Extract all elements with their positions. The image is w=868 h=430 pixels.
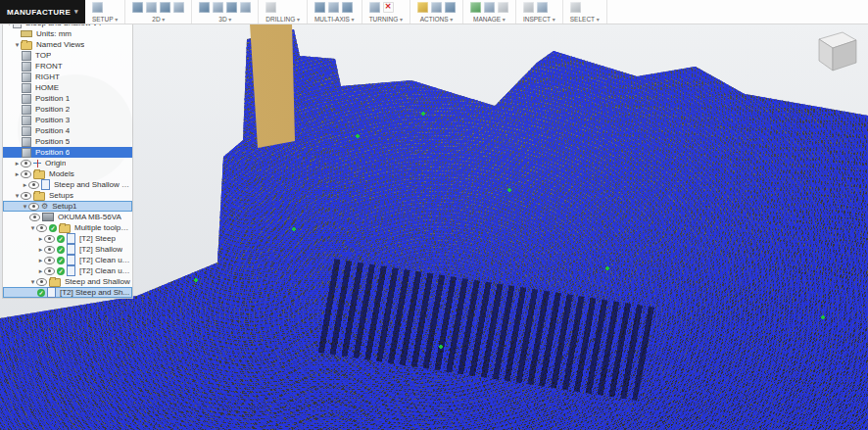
group-label-actions[interactable]: ACTIONS — [417, 16, 456, 23]
tree-item-toolpath-shallow[interactable]: ▸ ✓ [T2] Shallow — [3, 244, 132, 255]
toolbar-group-3d: 3D — [192, 0, 259, 24]
view-cube[interactable] — [805, 29, 860, 84]
generate-icon[interactable] — [417, 2, 428, 13]
drill-icon[interactable] — [265, 2, 276, 13]
tree-item-multiple-toolpaths[interactable]: ▾ ✓ Multiple toolpaths — [3, 222, 132, 233]
units-icon — [21, 30, 32, 37]
eye-icon[interactable] — [44, 267, 55, 275]
tree-item-steep-and-shallow-group[interactable]: ▾ Steep and Shallow — [3, 276, 132, 287]
eye-icon[interactable] — [28, 203, 39, 211]
group-label-2d[interactable]: 2D — [132, 16, 184, 23]
eye-icon[interactable] — [29, 214, 40, 221]
new-setup-icon[interactable] — [92, 2, 103, 13]
eye-icon[interactable] — [21, 192, 31, 200]
group-label-select[interactable]: SELECT — [570, 16, 600, 23]
tree-item-view-home[interactable]: HOME — [3, 82, 132, 93]
caret-down-icon[interactable]: ▾ — [29, 276, 36, 287]
eye-icon[interactable] — [36, 224, 47, 232]
caret-right-icon[interactable]: ▸ — [37, 244, 44, 255]
caret-right-icon[interactable]: ▸ — [37, 265, 44, 276]
tool-library-icon[interactable] — [470, 2, 481, 13]
origin-icon — [33, 160, 41, 167]
tree-item-position-5[interactable]: Position 5 — [3, 136, 132, 147]
tree-item-named-views[interactable]: ▾ Named Views — [3, 39, 132, 50]
tree-item-toolpath-cleanup2[interactable]: ▸ ✓ [T2] Clean up 2 — [3, 265, 132, 276]
tree-item-position-1[interactable]: Position 1 — [3, 93, 132, 104]
swarf-icon[interactable] — [314, 2, 325, 13]
tree-item-view-right[interactable]: RIGHT — [3, 72, 132, 82]
group-label-multi-axis[interactable]: MULTI-AXIS — [314, 16, 355, 23]
tree-label: RIGHT — [35, 72, 60, 81]
tree-item-units[interactable]: Units: mm — [3, 28, 132, 39]
group-label-inspect[interactable]: INSPECT — [523, 16, 555, 23]
caret-down-icon[interactable]: ▾ — [14, 39, 21, 50]
caret-down-icon[interactable]: ▾ — [14, 190, 21, 201]
group-label-setup[interactable]: SETUP — [92, 16, 118, 23]
eye-icon[interactable] — [44, 235, 55, 243]
section-analysis-icon[interactable] — [537, 2, 548, 13]
caret-down-icon[interactable]: ▾ — [29, 222, 36, 233]
tree-item-view-front[interactable]: FRONT — [3, 61, 132, 72]
group-label-turning[interactable]: TURNING — [369, 16, 403, 23]
face-icon[interactable] — [160, 2, 170, 13]
turning-profile-icon[interactable] — [369, 2, 380, 13]
named-view-icon — [22, 105, 31, 115]
templates-icon[interactable] — [484, 2, 495, 13]
tree-item-position-2[interactable]: Position 2 — [3, 104, 132, 115]
clear-toolpath-icon[interactable]: ✕ — [383, 2, 394, 13]
tree-label: Position 2 — [35, 105, 70, 114]
steep-and-shallow-icon[interactable] — [226, 2, 237, 13]
pocket-clearing-icon[interactable] — [213, 2, 223, 13]
2d-adaptive-icon[interactable] — [132, 2, 143, 13]
caret-right-icon[interactable]: ▸ — [37, 255, 44, 265]
caret-right-icon[interactable]: ▸ — [14, 168, 21, 179]
caret-right-icon[interactable]: ▸ — [37, 233, 44, 244]
caret-down-icon[interactable]: ▾ — [22, 201, 28, 212]
workspace-switcher[interactable]: MANUFACTURE — [0, 0, 85, 24]
tree-label: Position 4 — [35, 126, 70, 135]
select-icon[interactable] — [570, 2, 581, 13]
toolpath-icon — [67, 233, 75, 244]
folder-icon — [59, 224, 71, 233]
multi-axis-contour-icon[interactable] — [342, 2, 353, 13]
eye-icon[interactable] — [44, 246, 55, 254]
tree-item-setup1[interactable]: ▾ ⚙ Setup1 — [3, 201, 132, 212]
adaptive-clearing-icon[interactable] — [199, 2, 210, 13]
2d-pocket-icon[interactable] — [146, 2, 157, 13]
tree-item-toolpath-steep-and-shallow[interactable]: ✓ [T2] Steep and Sh... — [3, 287, 132, 298]
tree-item-view-top[interactable]: TOP — [3, 50, 132, 61]
tree-item-origin[interactable]: ▸ Origin — [3, 158, 132, 168]
tree-item-machine[interactable]: OKUMA MB-56VA — [3, 212, 132, 222]
eye-icon[interactable] — [44, 257, 55, 264]
simulate-icon[interactable] — [431, 2, 442, 13]
eye-icon[interactable] — [28, 181, 39, 189]
task-manager-icon[interactable] — [498, 2, 508, 13]
caret-right-icon[interactable]: ▸ — [22, 179, 28, 190]
group-label-drilling[interactable]: DRILLING — [265, 16, 300, 23]
2d-contour-icon[interactable] — [173, 2, 184, 13]
post-process-icon[interactable] — [445, 2, 456, 13]
tree-item-toolpath-cleanup1[interactable]: ▸ ✓ [T2] Clean up 1 — [3, 255, 132, 265]
parallel-icon[interactable] — [240, 2, 251, 13]
group-label-manage[interactable]: MANAGE — [470, 16, 508, 23]
flow-icon[interactable] — [328, 2, 339, 13]
eye-icon[interactable] — [21, 170, 31, 178]
tree-label: [T2] Steep — [79, 234, 116, 243]
toolbar-group-2d: 2D — [125, 0, 192, 24]
eye-icon[interactable] — [21, 160, 31, 167]
component-icon — [41, 179, 50, 190]
group-label-3d[interactable]: 3D — [199, 16, 251, 23]
tree-item-models[interactable]: ▸ Models — [3, 168, 132, 179]
eye-icon[interactable] — [36, 278, 47, 286]
tree-item-position-4[interactable]: Position 4 — [3, 125, 132, 136]
toolbar-group-setup: SETUP — [85, 0, 125, 24]
tree-item-setups[interactable]: ▾ Setups — [3, 190, 132, 201]
tree-item-position-6[interactable]: Position 6 — [3, 147, 132, 158]
tree-item-position-3[interactable]: Position 3 — [3, 115, 132, 125]
toolpath-icon — [67, 255, 75, 265]
tree-item-toolpath-steep[interactable]: ▸ ✓ [T2] Steep — [3, 233, 132, 244]
measure-icon[interactable] — [523, 2, 534, 13]
tree-item-component[interactable]: ▸ Steep and Shallow v8:1 — [3, 179, 132, 190]
caret-right-icon[interactable]: ▸ — [14, 158, 21, 168]
machine-icon — [42, 213, 54, 221]
